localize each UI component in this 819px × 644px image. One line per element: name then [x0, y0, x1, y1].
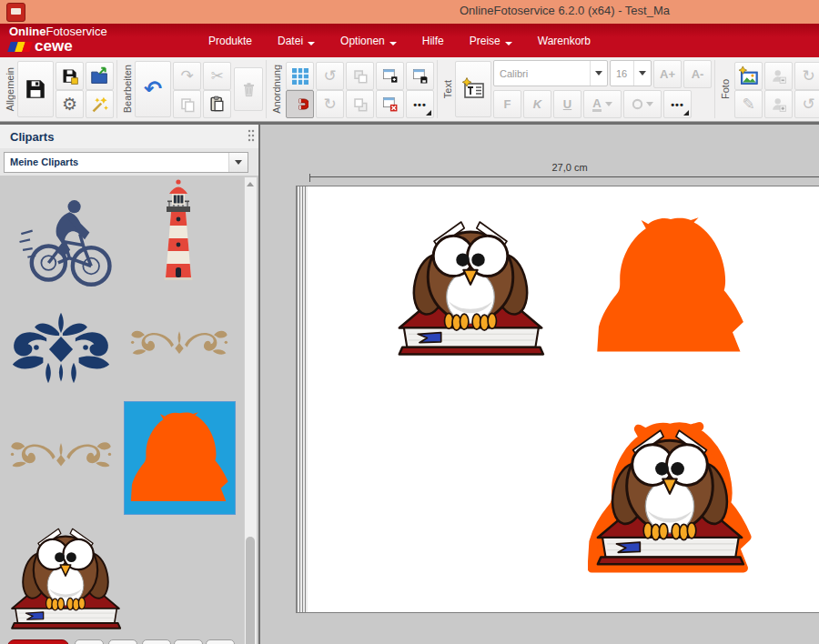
layer-to-front-button[interactable] [376, 62, 404, 90]
save-as-button[interactable] [56, 62, 84, 90]
font-larger-button[interactable]: A+ [653, 60, 682, 88]
fill-color-button[interactable] [623, 90, 662, 118]
chevron-down-icon[interactable] [633, 61, 651, 86]
canvas-item-owl-on-book[interactable] [393, 211, 548, 367]
canvas-item-owl-outlined[interactable] [586, 418, 753, 581]
copy-button[interactable] [173, 90, 201, 118]
canvas-item-owl-silhouette[interactable] [590, 209, 752, 364]
font-smaller-button[interactable]: A- [683, 60, 712, 88]
group-label-foto: Foto [720, 79, 731, 99]
grid-button[interactable] [286, 62, 314, 90]
chevron-down-icon[interactable] [228, 153, 248, 172]
chevron-down-icon [646, 102, 653, 106]
toolbar-group-bearbeiten: Bearbeiten ↶ ↷ ✂ [117, 60, 267, 118]
panel-grip-icon[interactable] [248, 129, 255, 144]
person-add-button[interactable] [764, 90, 793, 118]
redo-button[interactable]: ↷ [173, 62, 201, 90]
layer-save-button[interactable] [406, 62, 434, 90]
menu-preise[interactable]: Preise [457, 31, 525, 51]
paste-button[interactable] [203, 90, 231, 118]
clipart-damask-ornament[interactable] [5, 310, 116, 387]
text-more-button[interactable]: ••• [663, 90, 692, 118]
font-size-value: 16 [611, 68, 633, 79]
clipart-lighthouse[interactable] [151, 176, 206, 285]
clipart-gold-ornament-2[interactable] [7, 434, 115, 472]
edit-photo-icon: ✎ [742, 96, 754, 112]
layer-delete-button[interactable] [376, 90, 404, 118]
panel-scrollbar[interactable] [244, 177, 257, 644]
cliparts-category-dropdown[interactable]: Meine Cliparts [4, 152, 248, 173]
chevron-down-icon[interactable] [590, 61, 607, 86]
toolbar-group-anordnung: Anordnung ↺ ↻ •• [267, 60, 438, 118]
font-color-button[interactable]: A [583, 90, 622, 118]
menu-hilfe[interactable]: Hilfe [410, 31, 457, 51]
font-size-combo[interactable]: 16 [610, 60, 652, 86]
menu-bar: OnlineFotoservice cewe Produkte Datei Op… [0, 24, 819, 57]
snap-magnet-button[interactable] [286, 90, 314, 118]
page-tab-4[interactable] [174, 639, 203, 644]
window-title: OnlineFotoservice 6.2.0 (x64) - Test_Ma [460, 4, 819, 17]
clipart-gold-ornament[interactable] [127, 323, 231, 359]
person-remove-button[interactable] [764, 62, 793, 90]
scroll-up-icon[interactable] [247, 182, 254, 186]
chevron-down-icon [605, 102, 612, 106]
edit-photo-button[interactable]: ✎ [734, 90, 763, 118]
rotate-cw-button[interactable]: ↻ [316, 90, 344, 118]
dropdown-value: Meine Cliparts [5, 156, 228, 167]
add-photo-button[interactable] [734, 62, 763, 90]
magnet-icon [291, 96, 308, 113]
bold-button[interactable]: F [493, 90, 521, 118]
layer-backward-icon [352, 96, 369, 113]
anordnung-more-button[interactable]: ••• [406, 90, 434, 118]
clipart-owl-silhouette[interactable] [124, 401, 236, 515]
rotate-cw-icon: ↻ [323, 96, 336, 112]
app-icon [6, 3, 25, 22]
clipart-mountain-biker[interactable] [16, 179, 113, 305]
rotate-ccw-button[interactable]: ↺ [316, 62, 344, 90]
layer-backward-button[interactable] [346, 90, 374, 118]
group-label-bearbeiten: Bearbeiten [122, 65, 133, 113]
photo-rotate-ccw-button[interactable]: ↺ [794, 90, 819, 118]
scrollbar-thumb[interactable] [246, 537, 255, 644]
group-label-allgemein: Allgemein [5, 67, 15, 111]
menu-warenkorb[interactable]: Warenkorb [525, 31, 603, 51]
add-text-button[interactable] [455, 61, 491, 117]
assistant-button[interactable] [86, 90, 114, 118]
menu-produkte[interactable]: Produkte [196, 31, 265, 51]
clipart-owl-on-book[interactable] [7, 519, 124, 639]
font-family-combo[interactable]: Calibri [493, 60, 608, 86]
cut-button[interactable]: ✂ [203, 62, 231, 90]
menu-datei[interactable]: Datei [265, 31, 328, 51]
owl-silhouette-icon [128, 406, 231, 510]
italic-button[interactable]: K [523, 90, 551, 118]
add-photo-icon [738, 65, 759, 86]
delete-button[interactable] [234, 67, 263, 111]
menu-optionen[interactable]: Optionen [328, 31, 410, 51]
add-page-button[interactable] [7, 639, 69, 644]
undo-button[interactable]: ↶ [135, 61, 171, 117]
photo-rotate-cw-button[interactable]: ↻ [794, 62, 819, 90]
save-button[interactable] [17, 61, 54, 117]
page-tab-3[interactable] [142, 639, 171, 644]
brand-cewe: cewe [35, 38, 73, 55]
add-text-icon [460, 76, 486, 102]
underline-button[interactable]: U [553, 90, 581, 118]
chevron-down-icon [308, 42, 315, 45]
brand-online: Online [9, 25, 46, 38]
group-label-anordnung: Anordnung [271, 65, 282, 114]
delete-icon [240, 81, 258, 98]
page-tab-5[interactable] [206, 639, 235, 644]
page-spine [297, 186, 308, 612]
brand-fotoservice: Fotoservice [46, 25, 106, 38]
settings-button[interactable]: ⚙ [56, 90, 84, 118]
rotate-ccw-icon: ↺ [802, 96, 814, 112]
toolbar-group-allgemein: Allgemein ⚙ [0, 60, 117, 118]
page-tab-2[interactable] [108, 639, 137, 644]
layer-forward-button[interactable] [346, 62, 374, 90]
page-tab-1[interactable] [75, 639, 104, 644]
layer-forward-icon [352, 68, 369, 85]
design-canvas[interactable]: 27,0 cm [260, 125, 819, 644]
more-icon: ••• [671, 99, 684, 110]
open-button[interactable] [86, 62, 114, 90]
grid-icon [292, 68, 308, 85]
